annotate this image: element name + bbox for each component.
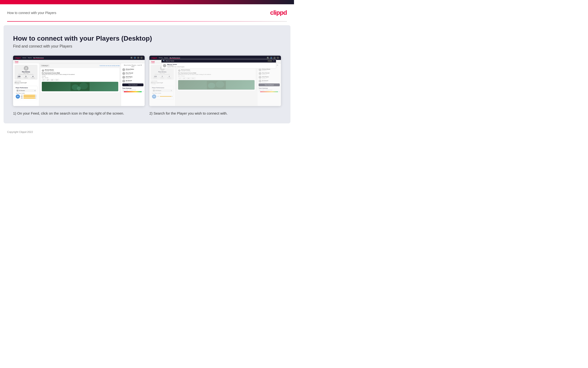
activity-meta-2: Yesterday · The Grove <box>181 71 191 72</box>
mock-nav-2: clippd Home Teams My Performance 🔍 👤 ⚙ ● <box>149 56 281 60</box>
svg-point-10 <box>216 81 224 88</box>
player-avatar-2-4 <box>259 80 262 83</box>
team-dashboard-btn[interactable]: Team Dashboard <box>122 83 143 86</box>
heatmap-subtitle-2: Player Quality · 20 Round Trend <box>259 89 280 91</box>
search-bar: 🔍 Marcus Turner CLEAR ✕ <box>161 59 276 63</box>
activity-user-info-2: Richard Butler Yesterday · The Grove <box>181 69 191 72</box>
mock-nav-myperformance[interactable]: My Performance <box>33 57 44 59</box>
tag-app: APP <box>46 79 50 81</box>
activity-meta: Yesterday · The Grove <box>45 71 54 72</box>
activity-tags-2: OTT APP ARG PUTT <box>178 77 255 79</box>
activities-stat-2: 129 Activities <box>153 76 157 78</box>
user-location-2: Mill Ride Golf Club, United Kingdom <box>155 74 170 75</box>
mock-avatar-area-1: Blair McHarg Golf Coach Mill Ride Golf C… <box>16 66 36 75</box>
result-club: Cypress Point Club, United Kingdom <box>167 66 184 67</box>
player-info-2: Piers Parnell Activities: 4 <box>126 72 143 75</box>
avatar-icon-2[interactable]: ● <box>277 56 279 59</box>
tag-ott: OTT <box>42 79 46 81</box>
player-item-2-2: Piers Parnell Activities: 4 <box>259 72 280 75</box>
player-avatar-2 <box>122 72 125 75</box>
player-select-2: Eli Vincent ▾ <box>152 89 173 92</box>
latest-activity-area: Latest Activity Afternoon round of golf … <box>15 81 37 85</box>
player-item-1: Richard Butler Activities: 7 <box>122 68 143 71</box>
caption-1: 1) On your Feed, click on the search ico… <box>13 111 145 116</box>
player-acts-4: Activities: 1 <box>126 81 143 83</box>
footer-text: Copyright Clippd 2022 <box>7 130 33 133</box>
user-stats-2: 129 Activities 3 Followers 4 Following <box>152 76 173 78</box>
mock-app-1: clippd Home Teams My Performance 🔍 👤 ⚙ ● <box>13 56 145 106</box>
player-select-1[interactable]: Eli Vincent ▾ <box>16 89 36 92</box>
player-info-1: Richard Butler Activities: 7 <box>126 68 143 71</box>
mock-logo-1: clippd <box>15 57 21 59</box>
activities-count: 129 <box>17 76 21 77</box>
quality-label: Total Player Quality <box>16 93 36 94</box>
mock-nav2-teams[interactable]: Teams <box>164 57 168 59</box>
close-search-btn[interactable]: ✕ <box>273 60 274 62</box>
tag-app-2: APP <box>182 77 186 79</box>
player-acts-2-2: Activities: 4 <box>262 74 280 75</box>
followers-count: 3 <box>24 76 28 77</box>
activity-desc: Walking the course with my coach to buil… <box>42 74 118 75</box>
footer: Copyright Clippd 2022 <box>0 127 294 137</box>
heatmap-bar: -5 +5 <box>122 91 143 92</box>
search-overlay: 🔍 Marcus Turner CLEAR ✕ Marcus Turner 1·… <box>161 59 276 69</box>
control-link[interactable]: Control who can see your activity and da… <box>99 65 120 66</box>
mock-nav-home[interactable]: Home <box>23 57 26 59</box>
player-select-avatar-2 <box>153 90 155 92</box>
activity-header-1: Richard Butler Yesterday · The Grove <box>42 69 118 72</box>
latest-activity-area-2: Latest Activity Afternoon round of golf … <box>151 81 174 85</box>
mock-right-panel-2: Most Active Players - Last 30 days Richa… <box>257 63 281 106</box>
mock-app-2: clippd Home Teams My Performance 🔍 👤 ⚙ ● <box>149 56 281 106</box>
following-label: Following <box>31 77 35 78</box>
screenshot-1: clippd Home Teams My Performance 🔍 👤 ⚙ ● <box>13 56 145 106</box>
header-divider <box>7 21 287 22</box>
player-performance-section-2: Player Performance Eli Vincent ▾ Total P… <box>151 86 174 100</box>
activity-card-2: Richard Butler Yesterday · The Grove Pre… <box>177 68 256 91</box>
quality-score: 84 <box>16 94 20 99</box>
svg-point-5 <box>77 87 81 90</box>
player-info-4: Eli Vincent Activities: 1 <box>126 80 143 83</box>
followers-stat: 3 Followers <box>24 76 28 78</box>
player-acts-2: Activities: 4 <box>126 74 143 75</box>
user-icon[interactable]: 👤 <box>134 56 136 59</box>
heatmap-min: -5 <box>122 91 123 92</box>
svg-point-0 <box>26 67 26 68</box>
tag-ott-2: OTT <box>178 77 182 79</box>
feed-tab-1[interactable]: Feed <box>15 61 18 63</box>
mock-left-panel-1: Blair McHarg Golf Coach Mill Ride Golf C… <box>13 63 39 106</box>
search-icon[interactable]: 🔍 <box>130 56 133 59</box>
screenshots-container: clippd Home Teams My Performance 🔍 👤 ⚙ ● <box>13 56 281 106</box>
following-btn[interactable]: Following ▾ <box>40 64 49 67</box>
player-avatar-4 <box>122 80 125 83</box>
activity-title: Pre Tournament Course Walk <box>42 72 118 74</box>
result-info: Marcus Turner 1·5 Handicap Cypress Point… <box>167 64 184 67</box>
following-bar: Following ▾ Control who can see your act… <box>40 64 120 67</box>
search-input-text[interactable]: Marcus Turner <box>166 60 267 62</box>
heatmap-min-2: -5 <box>259 91 260 92</box>
settings-icon[interactable]: ⚙ <box>137 56 139 59</box>
mock-nav-teams[interactable]: Teams <box>28 57 32 59</box>
mock-nav2-home[interactable]: Home <box>159 57 163 59</box>
mock-nav2-myperformance[interactable]: My Performance <box>170 57 180 59</box>
mock-nav-1: clippd Home Teams My Performance 🔍 👤 ⚙ ● <box>13 56 145 60</box>
settings-icon-2[interactable]: ⚙ <box>273 56 276 59</box>
search-icon-2[interactable]: 🔍 <box>267 56 269 59</box>
activity-duration: 02 hr : 00 min <box>42 77 118 78</box>
quality-label-2: Total Player Quality <box>152 93 173 94</box>
feed-tab-2[interactable]: Feed <box>151 61 155 63</box>
mock-logo-2: clippd <box>151 57 157 59</box>
activity-tags: OTT APP ARG PUTT <box>42 79 118 81</box>
player-info-2-4: Eli Vincent Activities: 1 <box>262 80 280 83</box>
following-stat: 4 Following <box>31 76 35 78</box>
player-avatar-1 <box>122 68 125 71</box>
search-result: Marcus Turner 1·5 Handicap Cypress Point… <box>161 63 276 68</box>
player-avatar-2-3 <box>259 76 262 79</box>
heatmap-max: +5 <box>142 91 143 92</box>
avatar-icon[interactable]: ● <box>140 56 143 59</box>
clear-btn[interactable]: CLEAR <box>267 60 272 62</box>
heatmap-gradient-2 <box>260 91 278 92</box>
player-item-4: Eli Vincent Activities: 1 <box>122 80 143 83</box>
player-acts-2-3: Activities: 3 <box>262 77 280 79</box>
user-icon-2[interactable]: 👤 <box>270 56 272 59</box>
svg-point-9 <box>208 83 215 88</box>
